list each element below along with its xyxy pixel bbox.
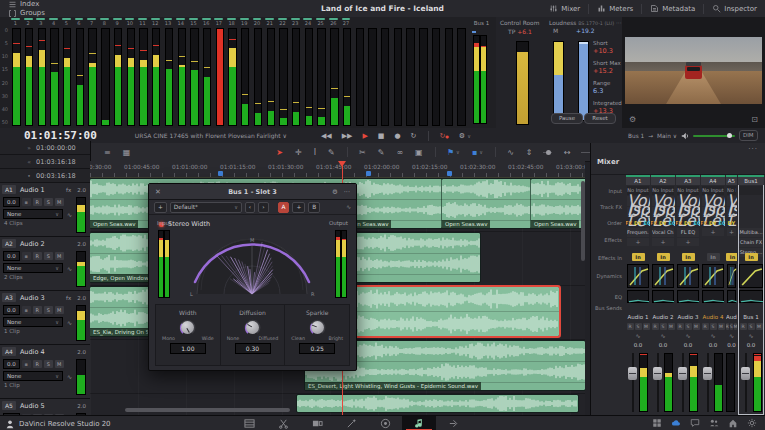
trackfx-slot[interactable]: Dial Lev [702,207,724,217]
page-button-deliver[interactable] [436,416,470,430]
knob-value[interactable]: 0.30 [235,343,271,354]
timeline-name-dropdown[interactable]: URSA CINE 17465 with Florent Piovesan Fa… [135,132,287,139]
knob-dial[interactable] [179,319,196,336]
plugin-automation-icon[interactable]: ∿ [346,204,351,210]
add-effect-button[interactable]: + [627,238,649,246]
track-gain-value[interactable]: 0.0 [3,197,20,207]
s-button[interactable]: S [44,306,53,314]
automation-curve-icon[interactable]: ∿ [67,265,72,272]
add-effect-button[interactable]: + [677,238,699,246]
page-button-fusion[interactable] [334,416,368,430]
dynamics-graph[interactable] [627,264,649,288]
preset-a-button[interactable]: A [278,202,290,213]
page-button-media[interactable] [232,416,266,430]
track-header-a1[interactable]: A1Audio 1fx2.00.0▪RSMNone∨∿4 Clips [0,183,90,237]
selection-tool-icon[interactable]: ➤ [276,148,283,157]
fader-handle[interactable] [741,367,750,380]
plugin-settings-icon[interactable]: ⚙ [332,188,338,196]
timecode-row[interactable]: «01:03:16:18 [0,155,90,169]
selected-clip[interactable] [342,287,559,336]
strip-tab[interactable]: A3 [676,175,700,185]
s-button[interactable]: S [44,360,53,368]
bus-assign-dropdown[interactable]: None∨ [3,209,63,219]
fader-value[interactable]: 0.0 [738,341,764,350]
fader-handle[interactable] [653,367,662,380]
trackfx-slot[interactable]: Dial Lev [652,207,674,217]
audio-clip[interactable] [297,395,578,412]
channel-fader[interactable] [738,350,764,415]
mixer-menu-icon[interactable]: ··· [748,145,758,153]
loop-button[interactable]: ↻ [411,132,417,140]
razor-icon[interactable]: ✂ [359,148,366,157]
strip-tab[interactable]: Bus1 [738,175,764,185]
pencil-tool-icon[interactable]: ✎ [328,148,335,157]
dynamics-graph[interactable] [727,264,736,288]
dynamics-graph[interactable] [702,264,724,288]
fader-value[interactable]: 0.0 [651,341,675,350]
order-dy[interactable]: DY [728,220,735,226]
topbar-button-index[interactable]: Index [0,0,77,9]
r-button[interactable]: R [627,323,634,330]
pan-control[interactable]: ∿ [701,332,725,341]
order-eq[interactable]: EQ [719,220,725,226]
eq-graph[interactable] [739,290,763,303]
stop-button[interactable]: ■ [378,132,385,140]
fader-handle[interactable] [703,367,712,380]
knob-sparkle[interactable]: SparkleCleanBright0.25 [285,305,349,365]
m-button[interactable]: M [55,252,64,260]
order-dy[interactable]: DY [659,220,666,226]
page-button-cut[interactable] [266,416,300,430]
effect-slot[interactable]: Frequen... [627,228,649,237]
play-button[interactable]: ▶ [362,132,367,140]
automation-settings-icon[interactable]: ⚙∨ [459,132,471,140]
rewind-button[interactable]: ◀◀ [321,132,332,140]
channel-fader[interactable] [676,350,700,415]
settings-button[interactable] [747,418,757,430]
eq-graph[interactable] [727,290,736,303]
order-eq[interactable]: EQ [669,220,675,226]
effect-slot[interactable]: Chain FX [739,238,763,247]
edit-selection-tool-icon[interactable]: I [314,148,316,157]
dynamics-graph[interactable] [739,264,763,288]
order-fx[interactable]: FX [676,220,682,226]
strip-tab[interactable]: A2 [651,175,675,185]
mixer-strip-a2[interactable]: A2No InputVoice IsoDial LevFXDYEQVocal C… [651,175,675,415]
waveform-zoom-icon[interactable]: ∿ [507,148,514,157]
effects-in-toggle[interactable]: In [745,253,758,261]
viewer-options-icon[interactable]: ⚙ [629,115,636,124]
record-button[interactable]: ● [394,132,400,140]
automation-curve-icon[interactable]: ∿ [67,373,72,380]
r-button[interactable]: R [702,323,709,330]
effects-in-toggle[interactable]: In [707,253,720,261]
pan-control[interactable]: ∿ [726,332,737,341]
order-fx[interactable]: FX [626,220,632,226]
plugin-window[interactable]: ✕ Bus 1 - Slot 3 ⚙ ··· + Default*∨ ‹ › A… [148,183,357,371]
channel-fader[interactable] [626,350,650,415]
channel-fader[interactable] [651,350,675,415]
page-button-fairlight[interactable] [402,416,436,430]
r-button[interactable]: R [33,360,42,368]
automation-toggle-icon[interactable]: ↻● [439,132,448,140]
link-clips-icon[interactable]: ∞ [396,148,403,157]
bus-assign-dropdown[interactable]: None∨ [3,263,63,273]
track-view-options-icon[interactable]: ≡ [104,148,111,157]
order-dy[interactable]: DY [709,220,716,226]
track-header-a4[interactable]: A4Audio 42.00.0▪RSMNone∨∿1 Clip [0,345,90,399]
track-header-a2[interactable]: A2Audio 22.00.0▪RSMNone∨∿2 Clips [0,237,90,291]
effects-in-toggle[interactable]: In [632,253,645,261]
track-gain-value[interactable]: 0.0 [3,305,20,315]
automation-curve-icon[interactable]: ∿ [67,211,72,218]
track-header-a5[interactable]: A5Audio 52.00.0▪RSMNone∨∿ [0,399,90,415]
horizontal-zoom-icon[interactable]: ↔ [564,148,571,157]
monitor-bus[interactable]: Bus 1 [628,133,644,139]
loudness-reset-button[interactable]: Reset [584,113,616,124]
m-button[interactable]: M [718,323,725,330]
pan-control[interactable]: ∿ [626,332,650,341]
automation-curve-icon[interactable]: ∿ [67,319,72,326]
r-button[interactable]: R [33,306,42,314]
m-button[interactable]: M [55,360,64,368]
r-button[interactable]: R [33,252,42,260]
effects-in-toggle[interactable]: In [726,253,737,261]
fader-handle[interactable] [678,367,687,380]
loudness-pause-button[interactable]: Pause [551,113,583,124]
